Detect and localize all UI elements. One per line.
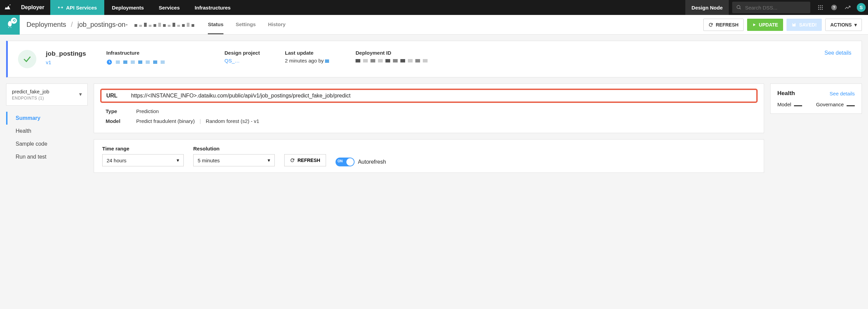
svg-point-0 — [737, 5, 740, 8]
apps-icon[interactable] — [815, 2, 826, 13]
deployment-id-label: Deployment ID — [356, 50, 464, 56]
breadcrumb: Deployments / job_postings-on- — [20, 21, 201, 29]
refresh-icon — [708, 22, 713, 27]
deployment-summary-card: job_postings v1 Infrastructure Design pr… — [6, 41, 862, 77]
nav-health[interactable]: Health — [6, 125, 88, 138]
health-card: Health See details Model Governance — [770, 84, 862, 114]
refresh-icon — [290, 158, 295, 163]
svg-point-3 — [820, 5, 821, 6]
design-project-link[interactable]: QS_… — [224, 58, 275, 63]
health-governance-label: Governance — [816, 102, 844, 107]
health-governance-status — [847, 105, 855, 106]
timerange-label: Time range — [102, 146, 184, 151]
search-input[interactable] — [745, 5, 806, 11]
model-value-1: Predict fraudulent (binary) — [136, 118, 195, 124]
chart-refresh-button[interactable]: REFRESH — [284, 154, 326, 166]
user-avatar[interactable]: S — [855, 2, 867, 13]
svg-point-8 — [818, 9, 819, 10]
svg-point-6 — [820, 7, 821, 8]
health-see-details[interactable]: See details — [830, 91, 855, 96]
caret-down-icon: ▾ — [177, 157, 179, 163]
play-icon — [752, 23, 756, 27]
health-title: Health — [777, 90, 795, 97]
last-update-label: Last update — [285, 50, 346, 56]
saved-button: SAVED! — [786, 19, 822, 31]
sub-header: ⟲ Deployments / job_postings-on- Status … — [0, 15, 868, 35]
health-model-label: Model — [777, 102, 791, 107]
resolution-label: Resolution — [193, 146, 275, 151]
nav-deployments[interactable]: Deployments — [104, 0, 151, 15]
brand-label: Deployer — [15, 4, 50, 11]
update-button[interactable]: UPDATE — [747, 19, 783, 31]
endpoint-details-card: URL https://<INSTANCE_INFO>.dataiku.com/… — [94, 84, 764, 133]
svg-point-10 — [822, 9, 823, 10]
timerange-card: Time range 24 hours ▾ Resolution 5 minut… — [94, 139, 764, 173]
endpoint-count: ENDPOINTS (1) — [12, 96, 82, 101]
url-value[interactable]: https://<INSTANCE_INFO>.dataiku.com/publ… — [131, 93, 350, 99]
svg-text:?: ? — [833, 5, 835, 10]
type-label: Type — [106, 108, 123, 114]
help-icon[interactable]: ? — [828, 2, 840, 13]
endpoint-selector[interactable]: predict_fake_job ENDPOINTS (1) ▾ — [6, 84, 88, 106]
nav-services[interactable]: Services — [151, 0, 187, 15]
deployer-icon[interactable]: ⟲ — [0, 15, 20, 35]
badge-icon: ⟲ — [11, 18, 17, 24]
svg-point-5 — [818, 7, 819, 8]
endpoint-nav: Summary Health Sample code Run and test — [6, 112, 88, 163]
api-icon — [58, 5, 63, 10]
nav-run-test[interactable]: Run and test — [6, 150, 88, 163]
nav-summary[interactable]: Summary — [6, 112, 88, 125]
top-nav: Deployer API Services Deployments Servic… — [0, 0, 868, 15]
autorefresh-toggle[interactable]: ON — [336, 158, 355, 166]
see-details-link[interactable]: See details — [825, 50, 851, 56]
sub-tabs: Status Settings History — [208, 15, 286, 34]
design-node-button[interactable]: Design Node — [685, 0, 729, 15]
health-model-status — [794, 105, 802, 106]
search-box[interactable] — [732, 2, 810, 13]
breadcrumb-current: job_postings-on- — [77, 21, 128, 29]
svg-point-9 — [820, 9, 821, 10]
nav-api-services[interactable]: API Services — [50, 0, 104, 15]
status-ok-icon — [18, 50, 36, 68]
infra-value-redacted — [106, 59, 215, 65]
design-project-label: Design project — [224, 50, 275, 56]
nav-label: API Services — [66, 5, 97, 11]
chevron-down-icon: ▾ — [79, 91, 82, 97]
nav-infrastructures[interactable]: Infrastructures — [187, 0, 238, 15]
deployment-title: job_postings — [46, 50, 97, 57]
url-row-highlighted: URL https://<INSTANCE_INFO>.dataiku.com/… — [100, 89, 758, 103]
resolution-select[interactable]: 5 minutes ▾ — [193, 154, 275, 166]
timerange-select[interactable]: 24 hours ▾ — [102, 154, 184, 166]
endpoint-name: predict_fake_job — [12, 89, 82, 94]
caret-down-icon: ▾ — [854, 22, 857, 28]
nav-sample-code[interactable]: Sample code — [6, 138, 88, 150]
model-label: Model — [106, 118, 123, 124]
deployment-id-redacted — [356, 59, 464, 62]
caret-down-icon: ▾ — [268, 157, 270, 163]
logo-icon[interactable] — [0, 4, 15, 11]
url-label: URL — [106, 93, 117, 99]
save-icon — [792, 22, 796, 27]
svg-point-4 — [822, 5, 823, 6]
tab-status[interactable]: Status — [208, 15, 223, 34]
version-link[interactable]: v1 — [46, 59, 97, 65]
search-icon — [736, 5, 742, 10]
svg-line-1 — [740, 8, 741, 9]
infra-label: Infrastructure — [106, 50, 215, 56]
svg-point-2 — [818, 5, 819, 6]
breadcrumb-root[interactable]: Deployments — [26, 21, 66, 29]
tab-history[interactable]: History — [268, 15, 286, 34]
redacted-text — [134, 23, 194, 27]
model-value-2: Random forest (s2) - v1 — [206, 118, 259, 124]
autorefresh-label: Autorefresh — [358, 159, 386, 165]
type-value: Prediction — [136, 108, 159, 114]
refresh-button[interactable]: REFRESH — [703, 19, 744, 31]
svg-point-7 — [822, 7, 823, 8]
activity-icon[interactable] — [842, 2, 853, 13]
actions-button[interactable]: ACTIONS ▾ — [825, 19, 862, 31]
tab-settings[interactable]: Settings — [236, 15, 256, 34]
